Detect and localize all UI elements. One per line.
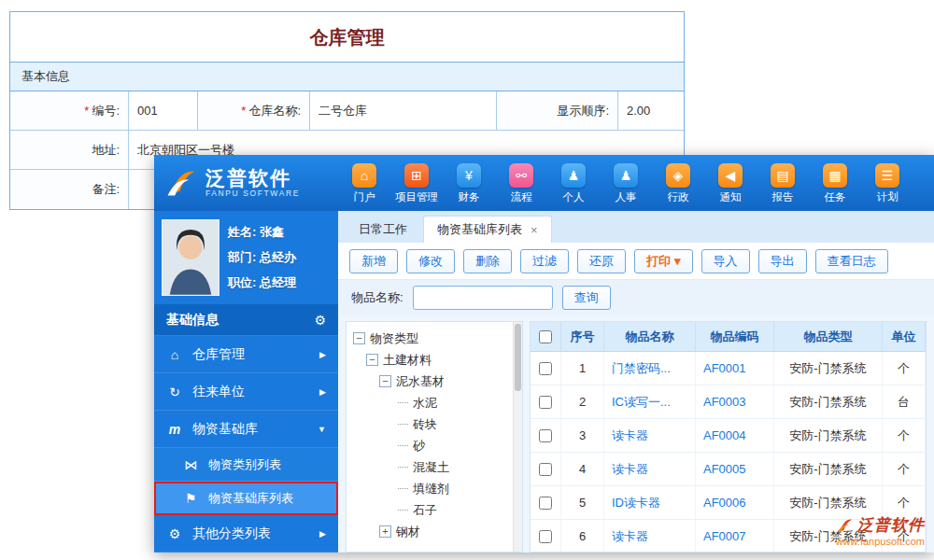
- cell-item-code[interactable]: AF0005: [696, 453, 774, 486]
- filter-button[interactable]: 过滤: [520, 249, 569, 273]
- watermark-name: 泛普软件: [857, 514, 925, 536]
- row-checkbox[interactable]: [539, 362, 552, 375]
- address-label: 地址:: [10, 131, 129, 170]
- sidebar-item-other-category-list[interactable]: ⚙ 其他分类列表 ▶: [154, 515, 338, 553]
- cell-item-name[interactable]: 门禁密码...: [604, 352, 696, 385]
- nav-plan[interactable]: ☰ 计划: [861, 161, 913, 204]
- query-button[interactable]: 查询: [562, 286, 611, 310]
- delete-button[interactable]: 删除: [463, 249, 512, 273]
- tree-node-masonry-materials[interactable]: − 泥水基材: [353, 371, 511, 392]
- tree-leaf-concrete[interactable]: 混凝土: [353, 456, 511, 478]
- fanpu-logo-icon: [163, 167, 199, 199]
- cell-item-code[interactable]: AF0006: [696, 486, 774, 520]
- gear-icon[interactable]: ⚙: [314, 313, 326, 328]
- nav-portal[interactable]: ⌂ 门户: [338, 161, 390, 204]
- nav-administration[interactable]: ◈ 行政: [652, 161, 704, 204]
- cell-no: 4: [561, 453, 604, 486]
- cell-item-name[interactable]: 读卡器: [604, 520, 696, 553]
- print-button[interactable]: 打印 ▾: [634, 249, 693, 273]
- cell-item-code[interactable]: AF0004: [696, 419, 774, 453]
- scrollbar-thumb[interactable]: [515, 324, 521, 391]
- sidebar-section-basic-info[interactable]: 基础信息 ⚙: [154, 304, 338, 336]
- row-checkbox[interactable]: [539, 463, 552, 476]
- column-header-unit: 单位: [883, 322, 926, 352]
- nav-report[interactable]: ▤ 报告: [757, 161, 809, 204]
- tree-leaf-bricks[interactable]: 砖块: [353, 413, 511, 435]
- table-row: 4 读卡器 AF0005 安防-门禁系统 个: [531, 453, 926, 486]
- tree-node-steel[interactable]: + 钢材: [353, 521, 511, 542]
- collapse-icon[interactable]: −: [353, 332, 365, 344]
- sidebar-item-material-base[interactable]: m 物资基础库 ▼: [154, 411, 338, 448]
- category-icon: ⋈: [182, 457, 199, 472]
- sidebar-item-material-category-list[interactable]: ⋈ 物资类别列表: [154, 448, 338, 482]
- nav-finance[interactable]: ¥ 财务: [443, 161, 495, 204]
- cell-item-name[interactable]: IC读写一...: [604, 385, 696, 419]
- chevron-right-icon: ▶: [319, 529, 326, 539]
- cell-item-code[interactable]: AF0007: [696, 520, 774, 553]
- item-name-input[interactable]: [413, 286, 553, 310]
- profile-department: 部门: 总经办: [228, 249, 296, 266]
- nav-hr[interactable]: ♟ 人事: [600, 161, 652, 204]
- collapse-icon[interactable]: −: [366, 354, 378, 366]
- flag-icon: ⚑: [182, 491, 199, 506]
- tree-connector: [398, 424, 408, 425]
- number-field[interactable]: 001: [129, 91, 198, 131]
- tree-leaf-grout[interactable]: 填缝剂: [353, 478, 511, 499]
- sidebar-item-warehouse-management[interactable]: ⌂ 仓库管理 ▶: [154, 336, 338, 373]
- nav-process[interactable]: ⚯ 流程: [495, 161, 547, 204]
- column-header-item-name: 物品名称: [604, 322, 696, 352]
- sidebar-item-business-contacts[interactable]: ↻ 往来单位 ▶: [154, 373, 338, 411]
- nav-personal[interactable]: ♟ 个人: [547, 161, 600, 204]
- cell-item-name[interactable]: ID读卡器: [604, 486, 696, 520]
- tree-connector: [398, 402, 408, 403]
- warehouse-name-field[interactable]: 二号仓库: [310, 91, 497, 131]
- collapse-icon[interactable]: −: [379, 375, 391, 387]
- sidebar-item-material-base-list[interactable]: ⚑ 物资基础库列表: [154, 482, 338, 515]
- tree-connector: [398, 488, 408, 489]
- cell-no: 1: [561, 352, 604, 385]
- nav-project-management[interactable]: ⊞ 项目管理: [390, 161, 443, 204]
- tree-leaf-cement[interactable]: 水泥: [353, 392, 511, 413]
- tree-leaf-sand[interactable]: 砂: [353, 435, 511, 456]
- tree-node-material-type[interactable]: − 物资类型: [353, 328, 511, 349]
- cell-item-code[interactable]: AF0001: [696, 352, 774, 385]
- edit-button[interactable]: 修改: [406, 249, 455, 273]
- nav-task[interactable]: ▦ 任务: [809, 161, 861, 204]
- row-checkbox[interactable]: [539, 429, 552, 442]
- view-log-button[interactable]: 查看日志: [815, 249, 888, 273]
- column-header-item-code: 物品编码: [696, 322, 774, 352]
- avatar: [162, 219, 219, 296]
- export-button[interactable]: 导出: [758, 249, 807, 273]
- select-all-checkbox[interactable]: [539, 330, 552, 343]
- expand-icon[interactable]: +: [379, 525, 391, 538]
- caret-down-icon: ▾: [674, 254, 681, 268]
- sidebar: 姓名: 张鑫 部门: 总经办 职位: 总经理 基础信息 ⚙ ⌂ 仓库管理 ▶ ↻: [154, 211, 338, 553]
- row-checkbox[interactable]: [539, 497, 552, 510]
- profile-name: 姓名: 张鑫: [228, 224, 296, 241]
- tab-material-base-list[interactable]: 物资基础库列表 ×: [423, 216, 552, 243]
- row-checkbox[interactable]: [539, 396, 552, 409]
- restore-button[interactable]: 还原: [577, 249, 626, 273]
- project-management-icon: ⊞: [404, 163, 429, 188]
- home-icon: ⌂: [166, 347, 183, 362]
- cell-unit: 个: [883, 453, 926, 486]
- tree-scrollbar[interactable]: [513, 322, 522, 552]
- cell-item-type: 安防-门禁系统: [774, 419, 883, 453]
- chevron-right-icon: ▶: [319, 387, 326, 397]
- add-button[interactable]: 新增: [349, 249, 398, 273]
- cell-no: 5: [561, 486, 604, 520]
- tab-daily-work[interactable]: 日常工作: [346, 216, 420, 243]
- remark-label: 备注:: [10, 170, 129, 209]
- logo-subtitle: FANPU SOFTWARE: [205, 189, 300, 198]
- cell-item-name[interactable]: 读卡器: [604, 419, 696, 453]
- tree-leaf-gravel[interactable]: 石子: [353, 499, 511, 521]
- cell-item-name[interactable]: 读卡器: [604, 453, 696, 486]
- tree-node-civil-materials[interactable]: − 土建材料: [353, 349, 511, 371]
- nav-notification[interactable]: ◀ 通知: [704, 161, 757, 204]
- close-icon[interactable]: ×: [531, 224, 538, 236]
- import-button[interactable]: 导入: [701, 249, 750, 273]
- display-order-field[interactable]: 2.00: [618, 91, 684, 131]
- cell-item-code[interactable]: AF0003: [696, 385, 774, 419]
- finance-icon: ¥: [457, 163, 481, 188]
- row-checkbox[interactable]: [539, 530, 552, 543]
